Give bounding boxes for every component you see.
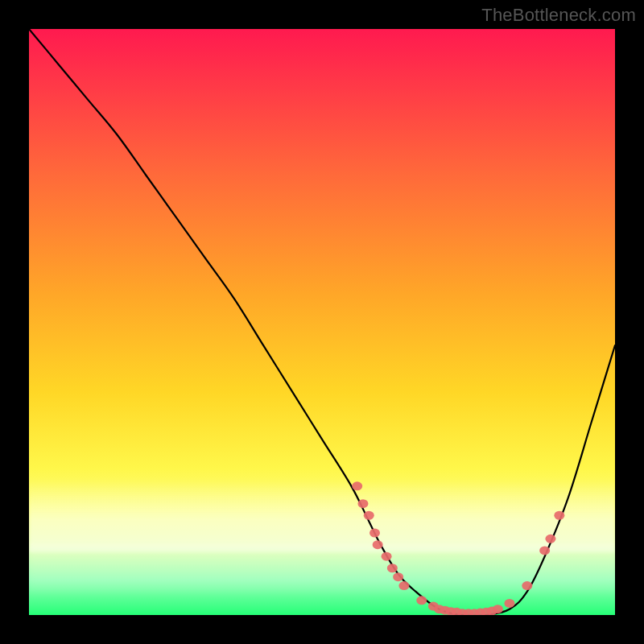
data-marker xyxy=(373,540,383,549)
data-marker xyxy=(504,599,514,608)
data-marker xyxy=(493,605,503,613)
data-marker xyxy=(369,529,380,538)
plot-area xyxy=(29,29,615,615)
chart-frame xyxy=(29,29,615,615)
bottleneck-curve xyxy=(29,29,615,615)
data-marker xyxy=(357,499,368,508)
data-marker xyxy=(545,535,555,543)
data-marker xyxy=(522,581,532,590)
data-marker xyxy=(539,546,550,555)
data-marker xyxy=(398,581,409,590)
data-marker xyxy=(416,596,427,605)
data-marker xyxy=(387,564,398,572)
data-marker xyxy=(364,511,374,520)
data-marker xyxy=(382,552,392,561)
data-marker xyxy=(393,572,403,581)
data-marker xyxy=(352,481,362,490)
data-marker xyxy=(554,511,564,520)
watermark-label: TheBottleneck.com xyxy=(481,5,636,26)
